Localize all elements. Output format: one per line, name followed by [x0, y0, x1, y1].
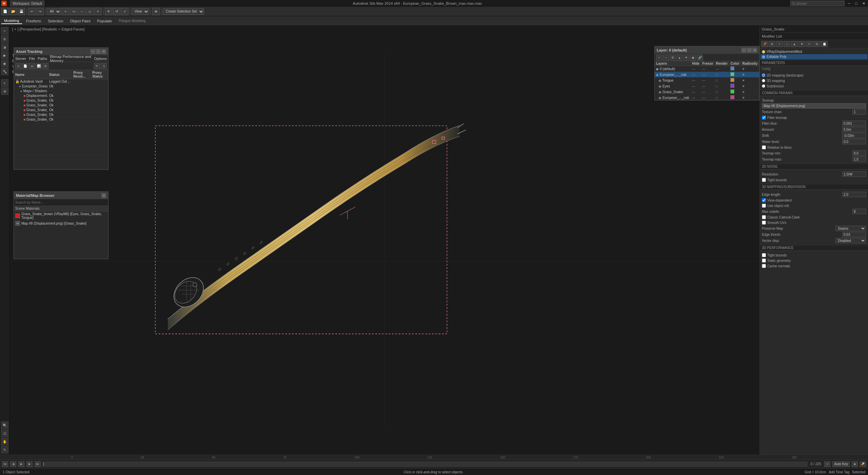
table-row[interactable]: ■ Grass_Snake_... Ok: [14, 103, 108, 108]
motion-icon[interactable]: ▶: [1, 51, 8, 59]
play-btn[interactable]: ▶: [18, 461, 24, 467]
move-btn[interactable]: ✛: [105, 8, 112, 15]
search-input[interactable]: [790, 1, 845, 6]
edge-thresh-input[interactable]: [842, 232, 866, 237]
panel-maximize-btn[interactable]: □: [96, 49, 101, 54]
type-subdiv-radio[interactable]: [762, 84, 765, 88]
view-dependent-check[interactable]: [762, 198, 766, 202]
mod-pin-btn[interactable]: 📌: [761, 41, 768, 47]
tab-modeling[interactable]: Modeling: [1, 18, 22, 24]
fence-select-btn[interactable]: ◇: [86, 8, 94, 15]
static-geometry-check[interactable]: [762, 259, 766, 263]
layers-col-name[interactable]: Layers: [655, 61, 691, 66]
panel-close-btn[interactable]: ✕: [101, 49, 106, 54]
go-end-btn[interactable]: ⏭: [35, 461, 41, 467]
table-row[interactable]: ▸ European_Grass_Sna... Ok: [14, 84, 108, 89]
classic-catmull-check[interactable]: [762, 215, 766, 219]
layer-delete-btn[interactable]: ─: [663, 55, 669, 61]
workspace-label[interactable]: Workspace: Default: [10, 1, 44, 6]
water-level-input[interactable]: [842, 139, 866, 144]
zoom-all-icon[interactable]: ⊡: [1, 430, 8, 437]
asset-menu-paths[interactable]: Paths: [38, 57, 47, 61]
mod-add-btn[interactable]: +: [776, 41, 783, 47]
table-row[interactable]: ■ Displacement... Ok: [14, 94, 108, 98]
mod-move-up-btn[interactable]: ▲: [791, 41, 798, 47]
layer-move-down-btn[interactable]: ▼: [683, 55, 689, 61]
resolution-input[interactable]: [842, 171, 866, 177]
zoom-icon[interactable]: 🔍: [1, 421, 8, 429]
texmap-max-input[interactable]: [852, 157, 866, 162]
layer-select-btn[interactable]: ◉: [690, 55, 696, 61]
list-item[interactable]: ◉ Eyes —— □ ☀: [655, 83, 759, 89]
list-item[interactable]: ◉ 0 (default) — — — ☀: [655, 66, 759, 72]
table-row[interactable]: ▸ Maps / Shaders: [14, 89, 108, 94]
asset-btn-5[interactable]: ⚙: [42, 63, 48, 69]
open-btn[interactable]: 📂: [9, 8, 17, 15]
cache-normals-check[interactable]: [762, 264, 766, 268]
close-btn[interactable]: ✕: [861, 1, 867, 6]
view-dropdown[interactable]: View: [132, 8, 149, 15]
smooth-uv-check[interactable]: [762, 221, 766, 225]
mod-copy-btn[interactable]: ⧉: [813, 41, 820, 47]
snap-btn[interactable]: ⊕: [152, 8, 160, 15]
modifier-item-vray[interactable]: VRayDisplacementMod: [761, 49, 867, 54]
table-row[interactable]: ■ Grass_Snake_... Ok: [14, 112, 108, 117]
new-btn[interactable]: 📄: [1, 8, 9, 15]
material-browser-titlebar[interactable]: Material/Map Browser ✕: [14, 192, 108, 199]
map-name-btn[interactable]: Map #8 (Displacement.png): [762, 103, 866, 108]
minimize-btn[interactable]: ─: [847, 1, 852, 5]
key-mode-btn[interactable]: K: [824, 461, 830, 467]
material-search-input[interactable]: [14, 199, 108, 206]
utilities-icon[interactable]: 🔧: [1, 68, 8, 75]
modify-icon[interactable]: ⚙: [1, 35, 8, 43]
mod-remove-btn[interactable]: ─: [784, 41, 790, 47]
tab-selection[interactable]: Selection: [45, 18, 66, 24]
shift-input[interactable]: [842, 133, 866, 138]
layers-titlebar[interactable]: Layer: 0 (default) ─ □ ✕: [655, 46, 759, 54]
tab-freeform[interactable]: Freeform: [23, 18, 44, 24]
table-row[interactable]: ■ Grass_Snake_... Ok: [14, 108, 108, 112]
list-item[interactable]: ◉ Tongue —— □ ☀: [655, 78, 759, 83]
set-key-btn[interactable]: ◆: [852, 461, 858, 467]
texture-chan-input[interactable]: [852, 109, 866, 115]
pan-icon[interactable]: ✋: [1, 438, 8, 445]
vector-disp-dropdown[interactable]: Disabled Tangent Object: [835, 238, 866, 243]
mod-cut-btn[interactable]: ✂: [806, 41, 813, 47]
mat-item-2[interactable]: M Map #8 (Displacement.png) [Grass_Snake…: [14, 220, 108, 226]
undo-btn[interactable]: ↩: [28, 8, 36, 15]
asset-menu-bitmap[interactable]: Bitmap Performance and Memory: [50, 55, 91, 63]
panel-minimize-btn[interactable]: ─: [91, 49, 95, 54]
type-3d-radio[interactable]: [762, 79, 765, 82]
circle-select-btn[interactable]: ○: [78, 8, 85, 15]
layer-settings-btn[interactable]: ⚙: [670, 55, 676, 61]
rotate-btn[interactable]: ↺: [113, 8, 120, 15]
asset-btn-1[interactable]: S: [15, 63, 21, 69]
col-status[interactable]: Status: [48, 70, 72, 79]
select-mode-dropdown[interactable]: Create Selection Sel: [163, 8, 204, 15]
asset-menu-options[interactable]: Options: [94, 57, 107, 61]
type-2d-radio[interactable]: [762, 74, 765, 77]
asset-menu-server[interactable]: Server: [15, 57, 26, 61]
filter-texmap-check[interactable]: [762, 116, 766, 120]
texmap-min-input[interactable]: [852, 150, 866, 156]
asset-btn-4[interactable]: 📊: [36, 63, 42, 69]
tab-object-paint[interactable]: Object Paint: [67, 18, 93, 24]
layers-col-freeze[interactable]: Freeze: [701, 61, 714, 66]
mod-move-down-btn[interactable]: ▼: [798, 41, 805, 47]
asset-btn-2[interactable]: 📄: [22, 63, 28, 69]
table-row[interactable]: ■ Grass_Snake_... Ok: [14, 98, 108, 103]
asset-info-btn[interactable]: ℹ: [101, 63, 107, 69]
viewport[interactable]: [ + ] [Perspective] [Realistic + Edged F…: [9, 26, 760, 455]
list-item[interactable]: ◉ European_..._nak — — □ ☀: [655, 72, 759, 78]
list-item[interactable]: ◉ European_..._nak —— □ ☀: [655, 95, 759, 101]
layer-link-btn[interactable]: 🔗: [697, 55, 703, 61]
asset-btn-3[interactable]: 🗂: [29, 63, 35, 69]
mod-paste-btn[interactable]: 📋: [821, 41, 828, 47]
tight-bounds-2-check[interactable]: [762, 253, 766, 257]
table-row[interactable]: 🔒 Autodesk Vault Logged Out ...: [14, 79, 108, 84]
rect-select-btn[interactable]: ▭: [70, 8, 77, 15]
layers-col-radiosity[interactable]: Radiosity: [741, 61, 759, 66]
next-frame-btn[interactable]: ▶: [26, 461, 33, 467]
mod-configure-btn[interactable]: ⚙: [769, 41, 775, 47]
tab-populate[interactable]: Populate: [94, 18, 114, 24]
